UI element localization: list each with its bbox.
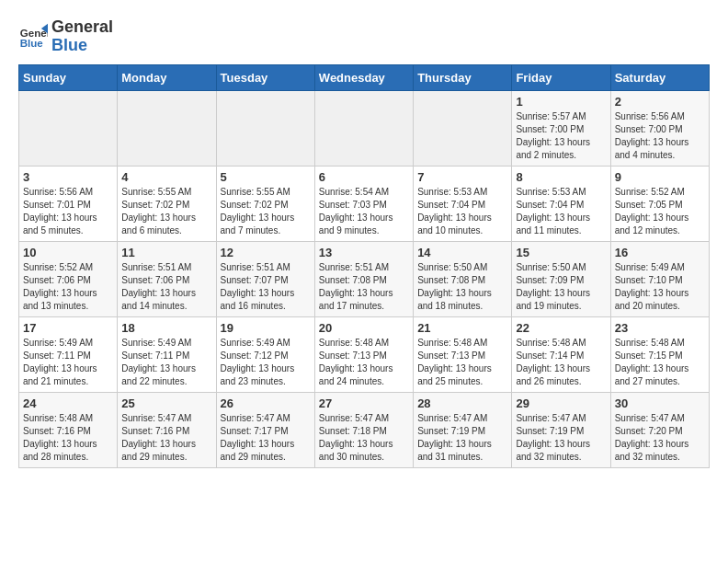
day-number: 26 (221, 396, 311, 410)
day-number: 3 (23, 170, 113, 184)
logo: General Blue General Blue (18, 18, 113, 55)
week-row-3: 10Sunrise: 5:52 AMSunset: 7:06 PMDayligh… (19, 241, 710, 316)
day-info: Sunrise: 5:48 AMSunset: 7:14 PMDaylight:… (516, 337, 606, 388)
day-number: 7 (417, 170, 507, 184)
weekday-header-wednesday: Wednesday (314, 64, 413, 90)
day-number: 24 (23, 396, 113, 410)
day-info: Sunrise: 5:47 AMSunset: 7:18 PMDaylight:… (319, 412, 409, 464)
day-info: Sunrise: 5:51 AMSunset: 7:08 PMDaylight:… (319, 261, 409, 313)
calendar-cell: 30Sunrise: 5:47 AMSunset: 7:20 PMDayligh… (610, 392, 709, 467)
calendar-cell: 25Sunrise: 5:47 AMSunset: 7:16 PMDayligh… (118, 392, 216, 467)
calendar-cell: 9Sunrise: 5:52 AMSunset: 7:05 PMDaylight… (610, 166, 709, 241)
calendar-cell (414, 90, 512, 166)
calendar-cell: 21Sunrise: 5:48 AMSunset: 7:13 PMDayligh… (414, 316, 512, 392)
calendar-table: SundayMondayTuesdayWednesdayThursdayFrid… (18, 64, 710, 468)
day-info: Sunrise: 5:49 AMSunset: 7:11 PMDaylight:… (121, 337, 211, 388)
day-number: 22 (516, 321, 606, 335)
calendar-cell: 23Sunrise: 5:48 AMSunset: 7:15 PMDayligh… (610, 316, 709, 392)
day-info: Sunrise: 5:52 AMSunset: 7:05 PMDaylight:… (615, 186, 705, 237)
calendar-cell (118, 90, 216, 166)
logo-icon: General Blue (18, 22, 48, 52)
day-info: Sunrise: 5:48 AMSunset: 7:16 PMDaylight:… (23, 412, 113, 464)
calendar-cell: 10Sunrise: 5:52 AMSunset: 7:06 PMDayligh… (19, 241, 118, 316)
day-info: Sunrise: 5:55 AMSunset: 7:02 PMDaylight:… (221, 186, 311, 237)
day-number: 30 (615, 396, 705, 410)
calendar-cell: 17Sunrise: 5:49 AMSunset: 7:11 PMDayligh… (19, 316, 118, 392)
day-info: Sunrise: 5:52 AMSunset: 7:06 PMDaylight:… (23, 261, 113, 313)
weekday-header-tuesday: Tuesday (216, 64, 314, 90)
day-number: 21 (417, 321, 507, 335)
day-number: 13 (319, 246, 409, 259)
calendar-cell: 20Sunrise: 5:48 AMSunset: 7:13 PMDayligh… (314, 316, 413, 392)
week-row-5: 24Sunrise: 5:48 AMSunset: 7:16 PMDayligh… (19, 392, 710, 467)
day-number: 16 (615, 246, 705, 259)
calendar-cell: 28Sunrise: 5:47 AMSunset: 7:19 PMDayligh… (414, 392, 512, 467)
day-info: Sunrise: 5:54 AMSunset: 7:03 PMDaylight:… (319, 186, 409, 237)
day-number: 12 (221, 246, 311, 259)
day-number: 18 (121, 321, 211, 335)
day-number: 5 (221, 170, 311, 184)
calendar-cell: 22Sunrise: 5:48 AMSunset: 7:14 PMDayligh… (512, 316, 610, 392)
day-number: 1 (516, 95, 606, 109)
calendar-cell (314, 90, 413, 166)
day-info: Sunrise: 5:49 AMSunset: 7:11 PMDaylight:… (23, 337, 113, 388)
day-info: Sunrise: 5:48 AMSunset: 7:13 PMDaylight:… (319, 337, 409, 388)
weekday-header-saturday: Saturday (610, 64, 709, 90)
day-number: 29 (516, 396, 606, 410)
day-number: 19 (221, 321, 311, 335)
calendar-cell (19, 90, 118, 166)
weekday-header-monday: Monday (118, 64, 216, 90)
day-info: Sunrise: 5:47 AMSunset: 7:20 PMDaylight:… (615, 412, 705, 464)
day-info: Sunrise: 5:47 AMSunset: 7:19 PMDaylight:… (417, 412, 507, 464)
day-number: 4 (121, 170, 211, 184)
calendar-cell: 26Sunrise: 5:47 AMSunset: 7:17 PMDayligh… (216, 392, 314, 467)
day-info: Sunrise: 5:56 AMSunset: 7:00 PMDaylight:… (615, 110, 705, 162)
day-number: 28 (417, 396, 507, 410)
week-row-2: 3Sunrise: 5:56 AMSunset: 7:01 PMDaylight… (19, 166, 710, 241)
calendar-cell: 7Sunrise: 5:53 AMSunset: 7:04 PMDaylight… (414, 166, 512, 241)
day-info: Sunrise: 5:57 AMSunset: 7:00 PMDaylight:… (516, 110, 606, 162)
calendar-cell: 3Sunrise: 5:56 AMSunset: 7:01 PMDaylight… (19, 166, 118, 241)
day-info: Sunrise: 5:51 AMSunset: 7:06 PMDaylight:… (121, 261, 211, 313)
day-number: 23 (615, 321, 705, 335)
svg-text:Blue: Blue (20, 37, 44, 48)
day-number: 9 (615, 170, 705, 184)
calendar-cell: 19Sunrise: 5:49 AMSunset: 7:12 PMDayligh… (216, 316, 314, 392)
day-info: Sunrise: 5:56 AMSunset: 7:01 PMDaylight:… (23, 186, 113, 237)
calendar-cell: 2Sunrise: 5:56 AMSunset: 7:00 PMDaylight… (610, 90, 709, 166)
day-info: Sunrise: 5:47 AMSunset: 7:16 PMDaylight:… (121, 412, 211, 464)
day-info: Sunrise: 5:51 AMSunset: 7:07 PMDaylight:… (221, 261, 311, 313)
day-number: 14 (417, 246, 507, 259)
day-number: 6 (319, 170, 409, 184)
day-info: Sunrise: 5:49 AMSunset: 7:10 PMDaylight:… (615, 261, 705, 313)
calendar-cell: 24Sunrise: 5:48 AMSunset: 7:16 PMDayligh… (19, 392, 118, 467)
day-number: 25 (121, 396, 211, 410)
day-number: 27 (319, 396, 409, 410)
weekday-header-thursday: Thursday (414, 64, 512, 90)
weekday-header-sunday: Sunday (19, 64, 118, 90)
calendar-cell: 12Sunrise: 5:51 AMSunset: 7:07 PMDayligh… (216, 241, 314, 316)
calendar-cell: 11Sunrise: 5:51 AMSunset: 7:06 PMDayligh… (118, 241, 216, 316)
calendar-header-row: SundayMondayTuesdayWednesdayThursdayFrid… (19, 64, 710, 90)
day-info: Sunrise: 5:48 AMSunset: 7:15 PMDaylight:… (615, 337, 705, 388)
calendar-cell: 13Sunrise: 5:51 AMSunset: 7:08 PMDayligh… (314, 241, 413, 316)
day-info: Sunrise: 5:53 AMSunset: 7:04 PMDaylight:… (516, 186, 606, 237)
day-info: Sunrise: 5:48 AMSunset: 7:13 PMDaylight:… (417, 337, 507, 388)
day-number: 10 (23, 246, 113, 259)
day-number: 15 (516, 246, 606, 259)
day-number: 2 (615, 95, 705, 109)
calendar-cell: 15Sunrise: 5:50 AMSunset: 7:09 PMDayligh… (512, 241, 610, 316)
calendar-cell: 16Sunrise: 5:49 AMSunset: 7:10 PMDayligh… (610, 241, 709, 316)
day-number: 17 (23, 321, 113, 335)
calendar-cell: 27Sunrise: 5:47 AMSunset: 7:18 PMDayligh… (314, 392, 413, 467)
logo-text: General Blue (51, 18, 113, 55)
calendar-cell: 5Sunrise: 5:55 AMSunset: 7:02 PMDaylight… (216, 166, 314, 241)
calendar-cell: 18Sunrise: 5:49 AMSunset: 7:11 PMDayligh… (118, 316, 216, 392)
day-info: Sunrise: 5:49 AMSunset: 7:12 PMDaylight:… (221, 337, 311, 388)
page-header: General Blue General Blue (18, 18, 710, 55)
calendar-cell: 8Sunrise: 5:53 AMSunset: 7:04 PMDaylight… (512, 166, 610, 241)
day-info: Sunrise: 5:50 AMSunset: 7:09 PMDaylight:… (516, 261, 606, 313)
calendar-cell: 6Sunrise: 5:54 AMSunset: 7:03 PMDaylight… (314, 166, 413, 241)
day-info: Sunrise: 5:47 AMSunset: 7:17 PMDaylight:… (221, 412, 311, 464)
day-info: Sunrise: 5:47 AMSunset: 7:19 PMDaylight:… (516, 412, 606, 464)
